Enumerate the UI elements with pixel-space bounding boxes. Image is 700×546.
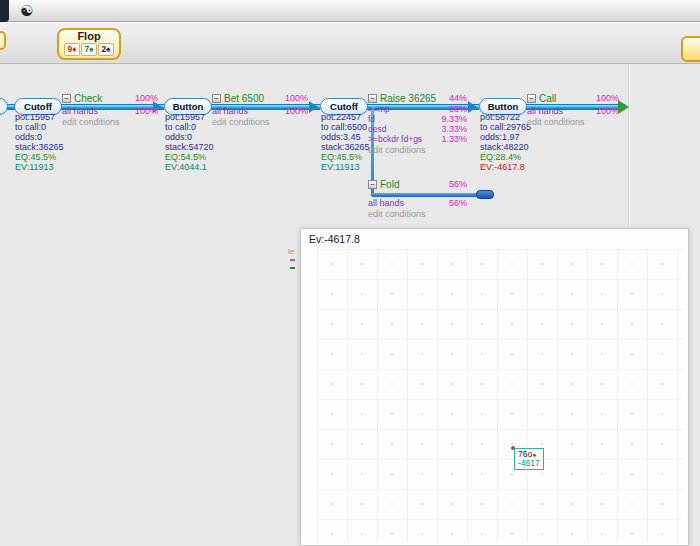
ev-value: EV:11913 [15, 162, 93, 172]
window-corner [0, 0, 9, 22]
collapse-button[interactable]: − [368, 180, 377, 189]
node-cutoff-2: Cutoff pot:22457 to call:6500 odds:3.45 … [320, 98, 368, 115]
action-label[interactable]: Check [74, 93, 102, 104]
arrowhead-end-icon [618, 100, 629, 114]
title-bar: ☯ [0, 0, 700, 22]
condition-label[interactable]: >=bckdr fd+gs [368, 134, 422, 144]
odds-value: odds:0 [15, 132, 93, 142]
node-button-1: Button pot:15957 to call:0 odds:0 stack:… [164, 98, 212, 115]
edit-conditions-link[interactable]: edit conditions [527, 117, 619, 127]
edit-conditions-link[interactable]: edit conditions [368, 145, 467, 155]
condition-label[interactable]: fd [368, 114, 375, 124]
edit-conditions-link[interactable]: edit conditions [368, 209, 467, 219]
range-label[interactable]: all hands [212, 106, 248, 116]
action-call: − Call 100% all hands 100% edit conditio… [527, 92, 619, 127]
condition-label[interactable]: >=mp [368, 104, 390, 114]
range-label[interactable]: all hands [62, 106, 98, 116]
action-label[interactable]: Fold [380, 179, 399, 190]
arrowhead-icon [468, 101, 477, 113]
data-point-label: 76o● -4617 [514, 448, 544, 470]
range-frequency: 100% [135, 106, 158, 116]
ev-graph-grid[interactable] [317, 249, 682, 541]
range-label[interactable]: all hands [368, 198, 404, 208]
range-frequency: 100% [596, 106, 619, 116]
collapse-button[interactable]: − [368, 94, 377, 103]
eq-value: EQ:54.5% [165, 152, 243, 162]
point-dot-icon: ● [532, 451, 536, 458]
range-frequency: 100% [285, 106, 308, 116]
flop-card: 2♠ [98, 43, 114, 56]
flop-label: Flop [59, 30, 119, 43]
odds-value: odds:0 [165, 132, 243, 142]
action-bet: − Bet 6500 100% all hands 100% edit cond… [212, 92, 308, 127]
yin-yang-icon: ☯ [20, 2, 33, 20]
action-fold: − Fold 56% all hands 56% edit conditions [368, 178, 467, 219]
eq-value: EQ:45.5% [15, 152, 93, 162]
condition-label[interactable]: oesd [368, 124, 386, 134]
obscured-text-fragment: le [288, 247, 294, 256]
condition-frequency: 1.33% [441, 134, 467, 144]
action-frequency: 100% [135, 93, 158, 103]
condition-frequency: 3.33% [441, 124, 467, 134]
stack-value: stack:54720 [165, 142, 243, 152]
flop-cards: 9♦ 7♠ 2♠ [59, 43, 119, 56]
range-frequency: 56% [449, 198, 467, 208]
app-window: ☯ Flop 9♦ 7♠ 2♠ Cutoff pot: [0, 0, 700, 546]
eq-value: EQ:28.4% [480, 152, 558, 162]
condition-frequency: 9.33% [441, 114, 467, 124]
action-label[interactable]: Raise 36265 [380, 93, 436, 104]
obscured-text-fragment [290, 259, 295, 261]
ev-graph-panel: Ev:-4617.8 76o● -4617 [300, 228, 689, 546]
ev-graph-title: Ev:-4617.8 [309, 233, 360, 245]
ev-value: EV:4044.1 [165, 162, 243, 172]
condition-frequency: 30% [449, 104, 467, 114]
collapse-button[interactable]: − [212, 94, 221, 103]
action-check: − Check 100% all hands 100% edit conditi… [62, 92, 158, 127]
point-ev-value: -4617 [518, 459, 540, 468]
street-button-partial-left[interactable] [0, 31, 6, 50]
node-button-2: Button pot:58722 to call:29765 odds:1.97… [479, 98, 527, 115]
node-pill-partial [0, 98, 8, 115]
action-label[interactable]: Bet 6500 [224, 93, 264, 104]
stack-value: stack:48220 [480, 142, 558, 152]
obscured-text-fragment [290, 267, 295, 269]
range-label[interactable]: all hands [527, 106, 563, 116]
tree-canvas: Cutoff pot:15957 to call:0 odds:0 stack:… [0, 64, 700, 546]
collapse-button[interactable]: − [527, 94, 536, 103]
edit-conditions-link[interactable]: edit conditions [62, 117, 158, 127]
flop-card: 7♠ [81, 43, 97, 56]
action-frequency: 100% [596, 93, 619, 103]
action-frequency: 56% [449, 179, 467, 189]
flop-card: 9♦ [64, 43, 80, 56]
action-frequency: 100% [285, 93, 308, 103]
stack-value: stack:36265 [15, 142, 93, 152]
action-label[interactable]: Call [539, 93, 556, 104]
flop-street-button[interactable]: Flop 9♦ 7♠ 2♠ [57, 28, 121, 60]
collapse-button[interactable]: − [62, 94, 71, 103]
fold-terminal-node [476, 190, 494, 199]
street-button-partial-right[interactable] [681, 36, 700, 62]
arrowhead-icon [309, 101, 318, 113]
action-raise: − Raise 36265 44% >=mp 30% fd 9.33% oesd… [368, 92, 467, 155]
edit-conditions-link[interactable]: edit conditions [212, 117, 308, 127]
odds-value: odds:1.97 [480, 132, 558, 142]
ev-value: EV:11913 [321, 162, 399, 172]
action-frequency: 44% [449, 93, 467, 103]
node-cutoff-1: Cutoff pot:15957 to call:0 odds:0 stack:… [14, 98, 62, 115]
ev-value: EV:-4617.8 [480, 162, 558, 172]
